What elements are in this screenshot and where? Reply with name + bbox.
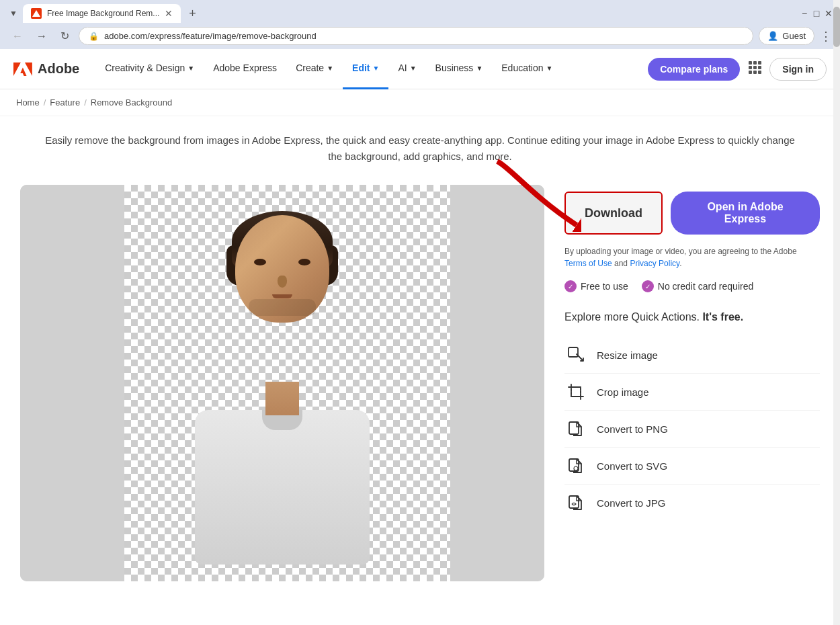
privacy-policy-link[interactable]: Privacy Policy [630,259,679,268]
tab-favicon [31,8,42,19]
active-browser-tab[interactable]: Free Image Background Rem... ✕ [23,4,181,23]
main-content: Download Open in Adobe Express By upload… [0,178,840,601]
lock-icon: 🔒 [89,32,99,41]
edit-chevron: ▼ [373,65,380,72]
adobe-logo-icon [13,62,32,77]
apps-grid-button[interactable] [748,60,761,77]
convert-png-label: Convert to PNG [597,423,668,435]
quick-actions-title: Explore more Quick Actions. It's free. [564,311,820,323]
quick-action-convert-svg[interactable]: Convert to SVG [564,448,820,485]
svg-point-15 [574,466,578,470]
guest-label: Guest [782,31,806,41]
svg-rect-6 [758,66,761,69]
nav-items: Creativity & Design ▼ Adobe Express Crea… [95,49,648,89]
svg-rect-16 [569,496,579,508]
new-tab-button[interactable]: + [183,5,202,22]
top-navigation: Adobe Creativity & Design ▼ Adobe Expres… [0,49,840,89]
download-button[interactable]: Download [564,192,663,235]
create-chevron: ▼ [327,65,333,72]
ai-chevron: ▼ [410,65,417,72]
sign-in-button[interactable]: Sign in [769,58,827,81]
scrollbar-thumb[interactable] [833,7,840,47]
svg-rect-9 [758,71,761,74]
nav-right: Compare plans Sign in [648,58,827,81]
open-in-adobe-express-button[interactable]: Open in Adobe Express [671,192,820,235]
svg-rect-8 [753,71,757,74]
quick-action-crop[interactable]: Crop image [564,374,820,411]
apps-grid-icon [748,60,761,74]
maximize-button[interactable]: □ [812,9,821,18]
tab-close-button[interactable]: ✕ [165,8,173,19]
breadcrumb-sep-1: / [44,97,46,108]
free-to-use-badge: ✓ Free to use [564,280,628,292]
resize-label: Resize image [597,349,658,361]
business-chevron: ▼ [476,65,482,72]
crop-icon [564,380,587,403]
nav-item-business[interactable]: Business ▼ [426,49,493,89]
no-credit-card-badge: ✓ No credit card required [642,280,753,292]
address-bar[interactable]: 🔒 adobe.com/express/feature/image/remove… [79,27,753,45]
resize-icon [564,343,587,366]
svg-rect-4 [749,66,752,69]
quick-action-convert-jpg[interactable]: Convert to JPG [564,485,820,521]
svg-rect-2 [753,61,757,65]
free-badge-icon: ✓ [564,280,577,292]
nav-item-express[interactable]: Adobe Express [204,49,286,89]
browser-title-bar: ▼ Free Image Background Rem... ✕ + − □ ✕ [0,0,840,23]
adobe-logo[interactable]: Adobe [13,61,79,77]
svg-rect-5 [753,66,757,69]
quick-action-resize[interactable]: Resize image [564,337,820,374]
breadcrumb-home[interactable]: Home [16,97,40,108]
svg-rect-13 [569,422,579,434]
convert-svg-icon [564,454,587,477]
browser-chrome: ▼ Free Image Background Rem... ✕ + − □ ✕… [0,0,840,49]
profile-icon: 👤 [767,31,778,41]
tab-list-button[interactable]: ▼ [7,6,20,21]
browser-menu-button[interactable]: ⋮ [820,29,832,44]
nav-item-creativity[interactable]: Creativity & Design ▼ [95,49,204,89]
quick-action-convert-png[interactable]: Convert to PNG [564,411,820,448]
terms-of-use-link[interactable]: Terms of Use [564,259,612,268]
minimize-button[interactable]: − [800,9,809,18]
person-neck [265,382,299,415]
convert-jpg-label: Convert to JPG [597,497,666,509]
svg-rect-3 [758,61,761,65]
person-image [108,185,457,581]
hero-description: Easily remove the background from images… [0,116,840,178]
crop-label: Crop image [597,386,649,398]
scrollbar[interactable] [833,0,840,625]
svg-rect-7 [749,71,752,74]
forward-button[interactable]: → [32,28,51,45]
feature-badges: ✓ Free to use ✓ No credit card required [564,280,820,292]
svg-rect-12 [571,387,581,397]
breadcrumb-sep-2: / [84,97,87,108]
compare-plans-button[interactable]: Compare plans [648,58,740,81]
svg-rect-1 [749,61,752,65]
nav-item-edit[interactable]: Edit ▼ [343,49,388,89]
tab-title: Free Image Background Rem... [47,9,159,18]
person-head [235,215,329,323]
browser-window-controls: − □ ✕ [800,9,833,18]
image-display-area [20,185,544,581]
breadcrumb: Home / Feature / Remove Background [0,89,840,116]
action-buttons: Download Open in Adobe Express [564,192,820,235]
no-credit-badge-icon: ✓ [642,280,654,292]
close-window-button[interactable]: ✕ [824,9,833,18]
breadcrumb-current: Remove Background [91,97,172,108]
person-figure [181,202,383,565]
person-body [195,410,370,565]
svg-rect-11 [569,347,578,357]
guest-profile-button[interactable]: 👤 Guest [759,27,814,45]
refresh-button[interactable]: ↻ [56,27,73,45]
terms-text: By uploading your image or video, you ar… [564,245,820,269]
convert-png-icon [564,417,587,440]
back-button[interactable]: ← [8,28,27,45]
nav-item-ai[interactable]: AI ▼ [388,49,425,89]
nav-item-create[interactable]: Create ▼ [286,49,343,89]
nav-item-education[interactable]: Education ▼ [492,49,562,89]
breadcrumb-feature[interactable]: Feature [50,97,80,108]
quick-actions-list: Resize image Crop image [564,337,820,521]
svg-marker-0 [32,10,40,17]
creativity-chevron: ▼ [187,65,194,72]
convert-jpg-icon [564,491,587,514]
